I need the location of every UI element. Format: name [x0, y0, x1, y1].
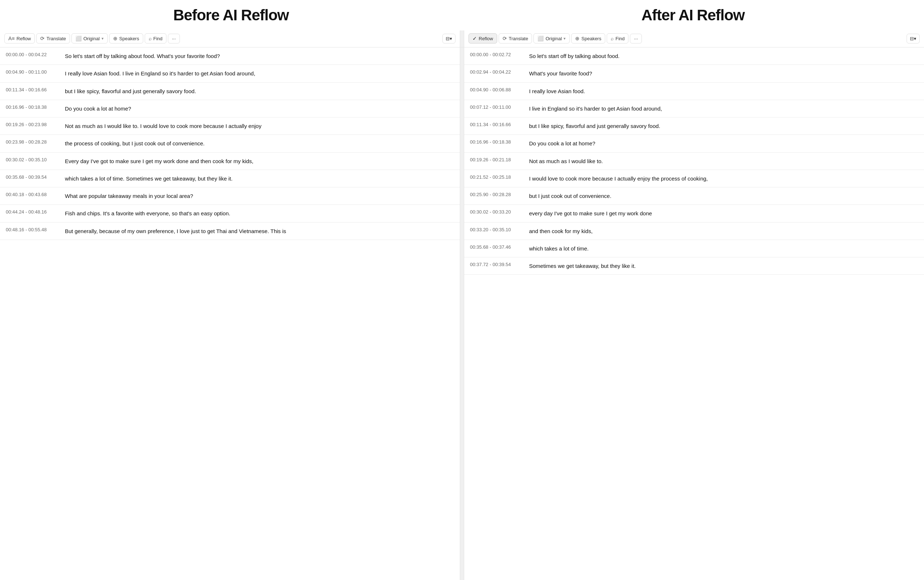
- right-transcript-table: 00:00.00 - 00:02.72 So let's start off b…: [464, 48, 924, 275]
- table-row: 00:35.68 - 00:39.54 which takes a lot of…: [0, 170, 460, 187]
- text-cell: and then cook for my kids,: [528, 222, 924, 240]
- text-cell: So let's start off by talking about food…: [63, 48, 460, 65]
- left-translate-button[interactable]: ⟳ Translate: [36, 33, 70, 43]
- content-row: 00:00.00 - 00:04.22 So let's start off b…: [0, 48, 924, 580]
- right-scroll-area[interactable]: 00:00.00 - 00:02.72 So let's start off b…: [464, 48, 924, 275]
- table-row: 00:23.98 - 00:28.28 the process of cooki…: [0, 135, 460, 152]
- table-row: 00:37.72 - 00:39.54 Sometimes we get tak…: [464, 257, 924, 275]
- text-cell: Not as much as I would like to. I would …: [63, 117, 460, 135]
- left-speakers-label: Speakers: [119, 36, 139, 41]
- time-cell: 00:30.02 - 00:35.10: [0, 152, 63, 170]
- text-cell: But generally, because of my own prefere…: [63, 222, 460, 240]
- right-translate-label: Translate: [509, 36, 528, 41]
- right-layout-button[interactable]: ⊟▾: [907, 34, 920, 43]
- time-cell: 00:48.16 - 00:55.48: [0, 222, 63, 240]
- table-row: 00:30.02 - 00:33.20 every day I've got t…: [464, 205, 924, 222]
- time-cell: 00:07.12 - 00:11.00: [464, 100, 528, 117]
- right-original-label: Original: [545, 36, 562, 41]
- time-cell: 00:35.68 - 00:39.54: [0, 170, 63, 187]
- find-icon: ⌕: [148, 36, 152, 41]
- right-find-icon: ⌕: [610, 36, 614, 41]
- original-icon: ⬜: [76, 36, 82, 41]
- text-cell: I live in England so it's harder to get …: [528, 100, 924, 117]
- right-reflow-label: Reflow: [478, 36, 493, 41]
- text-cell: which takes a lot of time.: [528, 240, 924, 257]
- table-row: 00:04.90 - 00:06.88 I really love Asian …: [464, 82, 924, 100]
- time-cell: 00:33.20 - 00:35.10: [464, 222, 528, 240]
- text-cell: but I like spicy, flavorful and just gen…: [528, 117, 924, 135]
- text-cell: What are popular takeaway meals in your …: [63, 188, 460, 205]
- right-translate-icon: ⟳: [503, 36, 507, 41]
- time-cell: 00:04.90 - 00:11.00: [0, 65, 63, 82]
- right-speakers-button[interactable]: ⊕ Speakers: [571, 33, 605, 43]
- time-cell: 00:00.00 - 00:02.72: [464, 48, 528, 65]
- table-row: 00:33.20 - 00:35.10 and then cook for my…: [464, 222, 924, 240]
- table-row: 00:44.24 - 00:48.16 Fish and chips. It's…: [0, 205, 460, 222]
- right-original-chevron-icon: ▾: [564, 36, 566, 41]
- table-row: 00:00.00 - 00:02.72 So let's start off b…: [464, 48, 924, 65]
- right-speakers-label: Speakers: [581, 36, 601, 41]
- table-row: 00:00.00 - 00:04.22 So let's start off b…: [0, 48, 460, 65]
- table-row: 00:11.34 - 00:16.66 but I like spicy, fl…: [464, 117, 924, 135]
- right-layout-icon: ⊟▾: [910, 36, 916, 41]
- time-cell: 00:21.52 - 00:25.18: [464, 170, 528, 187]
- right-translate-button[interactable]: ⟳ Translate: [498, 33, 532, 43]
- time-cell: 00:44.24 - 00:48.16: [0, 205, 63, 222]
- time-cell: 00:11.34 - 00:16.66: [464, 117, 528, 135]
- translate-icon: ⟳: [40, 36, 45, 41]
- table-row: 00:02.94 - 00:04.22 What's your favorite…: [464, 65, 924, 82]
- original-chevron-icon: ▾: [102, 36, 104, 41]
- text-cell: the process of cooking, but I just cook …: [63, 135, 460, 152]
- right-more-button[interactable]: ···: [630, 34, 642, 43]
- time-cell: 00:04.90 - 00:06.88: [464, 82, 528, 100]
- left-original-button[interactable]: ⬜ Original ▾: [71, 33, 108, 43]
- left-layout-button[interactable]: ⊟▾: [442, 34, 455, 43]
- text-cell: Fish and chips. It's a favorite with eve…: [63, 205, 460, 222]
- left-reflow-button[interactable]: A≡ Reflow: [4, 33, 35, 43]
- right-reflow-button[interactable]: ✓ Reflow: [469, 33, 497, 43]
- left-reflow-label: Reflow: [16, 36, 31, 41]
- table-row: 00:25.90 - 00:28.28 but I just cook out …: [464, 188, 924, 205]
- table-row: 00:19.26 - 00:21.18 Not as much as I wou…: [464, 152, 924, 170]
- speakers-icon: ⊕: [113, 36, 117, 41]
- text-cell: Do you cook a lot at home?: [528, 135, 924, 152]
- headers-row: Before AI Reflow After AI Reflow: [0, 0, 924, 30]
- time-cell: 00:40.18 - 00:43.68: [0, 188, 63, 205]
- content-divider: [460, 48, 464, 580]
- text-cell: What's your favorite food?: [528, 65, 924, 82]
- table-row: 00:16.96 - 00:18.38 Do you cook a lot at…: [0, 100, 460, 117]
- table-row: 00:04.90 - 00:11.00 I really love Asian …: [0, 65, 460, 82]
- time-cell: 00:37.72 - 00:39.54: [464, 257, 528, 275]
- page-wrapper: Before AI Reflow After AI Reflow A≡ Refl…: [0, 0, 924, 580]
- right-find-button[interactable]: ⌕ Find: [607, 33, 629, 43]
- right-panel-header: After AI Reflow: [462, 7, 924, 28]
- left-find-label: Find: [153, 36, 162, 41]
- text-cell: I really love Asian food.: [528, 82, 924, 100]
- left-toolbar: A≡ Reflow ⟳ Translate ⬜ Original ▾ ⊕ Spe…: [0, 30, 460, 47]
- right-toolbar: ✓ Reflow ⟳ Translate ⬜ Original ▾ ⊕ Spea…: [464, 30, 924, 47]
- reflow-icon: A≡: [8, 36, 15, 41]
- left-find-button[interactable]: ⌕ Find: [145, 33, 167, 43]
- table-row: 00:16.96 - 00:18.38 Do you cook a lot at…: [464, 135, 924, 152]
- text-cell: Sometimes we get takeaway, but they like…: [528, 257, 924, 275]
- time-cell: 00:19.26 - 00:23.98: [0, 117, 63, 135]
- left-more-button[interactable]: ···: [168, 34, 180, 43]
- right-panel: 00:00.00 - 00:02.72 So let's start off b…: [464, 48, 924, 580]
- left-scroll-area[interactable]: 00:00.00 - 00:04.22 So let's start off b…: [0, 48, 460, 240]
- time-cell: 00:16.96 - 00:18.38: [0, 100, 63, 117]
- right-original-icon: ⬜: [538, 36, 544, 41]
- left-panel: 00:00.00 - 00:04.22 So let's start off b…: [0, 48, 460, 580]
- time-cell: 00:35.68 - 00:37.46: [464, 240, 528, 257]
- time-cell: 00:25.90 - 00:28.28: [464, 188, 528, 205]
- text-cell: So let's start off by talking about food…: [528, 48, 924, 65]
- text-cell: I would love to cook more because I actu…: [528, 170, 924, 187]
- table-row: 00:11.34 - 00:16.66 but I like spicy, fl…: [0, 82, 460, 100]
- check-icon: ✓: [472, 36, 477, 41]
- table-row: 00:40.18 - 00:43.68 What are popular tak…: [0, 188, 460, 205]
- right-find-label: Find: [615, 36, 624, 41]
- toolbars-row: A≡ Reflow ⟳ Translate ⬜ Original ▾ ⊕ Spe…: [0, 30, 924, 48]
- table-row: 00:35.68 - 00:37.46 which takes a lot of…: [464, 240, 924, 257]
- left-speakers-button[interactable]: ⊕ Speakers: [109, 33, 143, 43]
- right-original-button[interactable]: ⬜ Original ▾: [533, 33, 570, 43]
- text-cell: Every day I've got to make sure I get my…: [63, 152, 460, 170]
